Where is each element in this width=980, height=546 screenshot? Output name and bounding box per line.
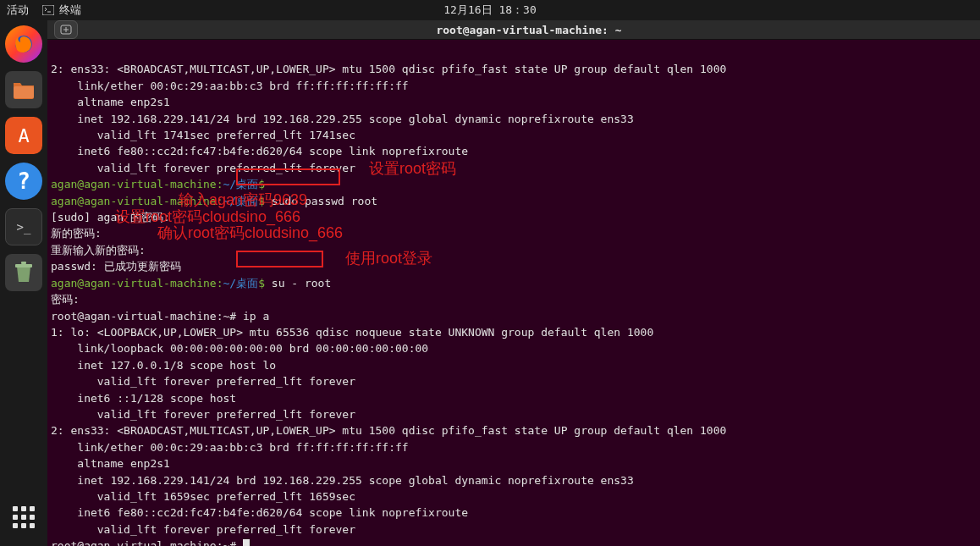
output-line: 1: lo: <LOOPBACK,UP,LOWER_UP> mtu 65536 … <box>51 326 653 339</box>
terminal-content[interactable]: 2: ens33: <BROADCAST,MULTICAST,UP,LOWER_… <box>47 40 980 546</box>
output-line: inet6 fe80::cc2d:fc47:b4fe:d620/64 scope… <box>51 506 468 519</box>
topbar-left: 活动 终端 <box>7 3 81 18</box>
help-icon[interactable]: ? <box>5 163 42 200</box>
annotation-confirm-root-pw: 确认root密码cloudsino_666 <box>157 225 343 241</box>
software-center-icon[interactable]: A <box>5 117 42 154</box>
firefox-icon[interactable] <box>5 25 42 63</box>
output-line: inet 192.168.229.141/24 brd 192.168.229.… <box>51 474 634 487</box>
command-ip-a: ip a <box>243 310 269 323</box>
root-prompt: root@agan-virtual-machine:~# <box>51 310 236 323</box>
output-line: 2: ens33: <BROADCAST,MULTICAST,UP,LOWER_… <box>51 63 726 75</box>
output-line: altname enp2s1 <box>51 457 170 470</box>
command-sudo-passwd: sudo passwd root <box>272 195 377 207</box>
window-titlebar[interactable]: root@agan-virtual-machine: ~ <box>47 20 980 40</box>
active-app-indicator[interactable]: 终端 <box>42 3 81 18</box>
output-line: 新的密码: <box>51 227 102 240</box>
output-line: 2: ens33: <BROADCAST,MULTICAST,UP,LOWER_… <box>51 424 726 437</box>
prompt-user: agan@agan-virtual-machine <box>51 178 217 190</box>
output-line: [sudo] agan 的密码: <box>51 211 170 223</box>
output-line: valid_lft 1741sec preferred_lft 1741sec <box>51 129 355 141</box>
prompt-user: agan@agan-virtual-machine <box>51 195 217 207</box>
output-line: inet6 ::1/128 scope host <box>51 392 236 405</box>
output-line: valid_lft forever preferred_lft forever <box>51 162 355 174</box>
dock: A ? >_ <box>0 20 47 546</box>
output-line: link/loopback 00:00:00:00:00:00 brd 00:0… <box>51 342 428 355</box>
terminal-icon <box>42 5 54 15</box>
output-line: link/ether 00:0c:29:aa:bb:c3 brd ff:ff:f… <box>51 80 409 92</box>
clock[interactable]: 12月16日 18：30 <box>443 3 536 18</box>
terminal-app-icon[interactable]: >_ <box>5 208 42 245</box>
highlight-box-su-root <box>236 251 323 267</box>
svg-rect-4 <box>21 262 26 264</box>
files-icon[interactable] <box>5 71 42 108</box>
output-line: link/ether 00:0c:29:aa:bb:c3 brd ff:ff:f… <box>51 441 409 454</box>
svg-rect-3 <box>15 264 32 267</box>
output-line: valid_lft forever preferred_lft forever <box>51 408 355 421</box>
prompt-path: ~/桌面 <box>223 277 259 290</box>
svg-rect-0 <box>42 5 54 15</box>
output-line: passwd: 已成功更新密码 <box>51 260 181 273</box>
annotation-login-root: 使用root登录 <box>345 251 432 267</box>
prompt-user: agan@agan-virtual-machine <box>51 277 217 290</box>
active-app-label: 终端 <box>59 3 81 18</box>
prompt-path: ~/桌面 <box>223 178 259 190</box>
new-tab-button[interactable] <box>54 20 78 39</box>
show-applications-icon[interactable] <box>5 499 42 536</box>
new-tab-icon <box>60 25 72 35</box>
output-line: inet 127.0.0.1/8 scope host lo <box>51 359 276 372</box>
activities-button[interactable]: 活动 <box>7 3 29 18</box>
svg-rect-2 <box>14 86 34 98</box>
output-line: valid_lft forever preferred_lft forever <box>51 375 355 388</box>
window-title: root@agan-virtual-machine: ~ <box>436 24 621 36</box>
cursor <box>243 539 250 546</box>
output-line: 重新输入新的密码: <box>51 244 146 256</box>
output-line: altname enp2s1 <box>51 96 170 108</box>
output-line: valid_lft forever preferred_lft forever <box>51 523 355 536</box>
terminal-window: root@agan-virtual-machine: ~ 2: ens33: <… <box>47 20 980 546</box>
output-line: inet 192.168.229.141/24 brd 192.168.229.… <box>51 113 634 125</box>
output-line: inet6 fe80::cc2d:fc47:b4fe:d620/64 scope… <box>51 145 468 157</box>
output-line: 密码: <box>51 293 80 306</box>
gnome-topbar: 活动 终端 12月16日 18：30 <box>0 0 980 20</box>
root-prompt: root@agan-virtual-machine:~# <box>51 539 236 546</box>
trash-icon[interactable] <box>5 254 42 291</box>
prompt-path: ~/桌面 <box>223 195 259 207</box>
annotation-set-root-pw: 设置root密码 <box>369 161 456 177</box>
command-su-root: su - root <box>272 277 331 290</box>
output-line: valid_lft 1659sec preferred_lft 1659sec <box>51 490 355 503</box>
